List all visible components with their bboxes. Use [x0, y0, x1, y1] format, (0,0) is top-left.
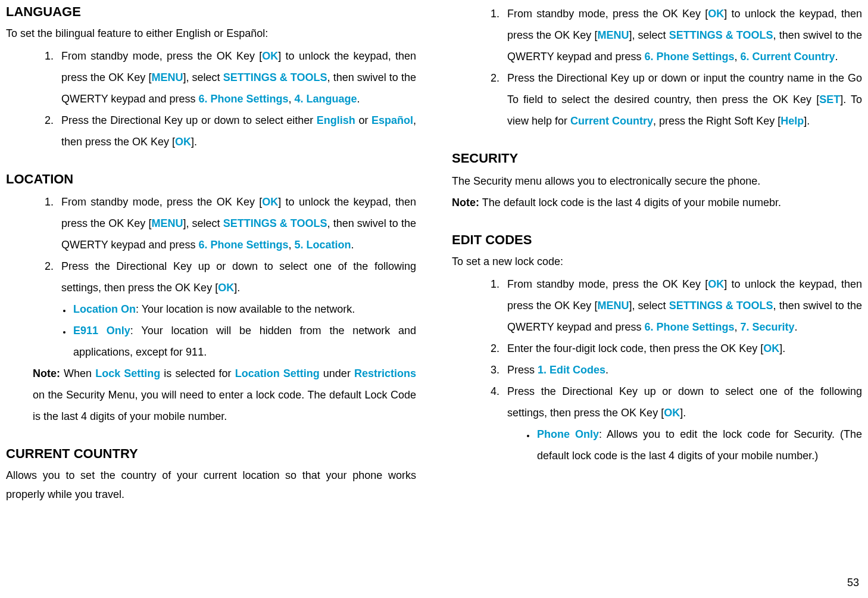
location-heading: LOCATION — [6, 170, 416, 189]
list-item: From standby mode, press the OK Key [OK]… — [57, 191, 416, 256]
list-item: Location On: Your location is now availa… — [71, 298, 416, 320]
menu-label: MENU — [597, 29, 629, 41]
list-item: E911 Only: Your location will be hidden … — [71, 320, 416, 363]
settings-label: SETTINGS & TOOLS — [223, 71, 327, 83]
location-steps: From standby mode, press the OK Key [OK]… — [6, 191, 416, 298]
help-label: Help — [780, 115, 804, 127]
set-label: SET — [819, 94, 840, 105]
settings-label: SETTINGS & TOOLS — [669, 300, 773, 312]
location-note: Note: When Lock Setting is selected for … — [6, 363, 416, 427]
security-option-label: 7. Security — [741, 321, 795, 333]
location-on-label: Location On — [73, 303, 136, 315]
menu-label: MENU — [597, 300, 629, 312]
phone-settings-label: 6. Phone Settings — [644, 51, 734, 63]
list-item: From standby mode, press the OK Key [OK]… — [57, 45, 416, 110]
list-item: Press the Directional Key up or down to … — [57, 256, 416, 298]
edit-codes-bullets: Phone Only: Allows you to edit the lock … — [452, 423, 862, 466]
current-country-steps: From standby mode, press the OK Key [OK]… — [452, 3, 862, 132]
language-option-label: 4. Language — [295, 93, 357, 105]
language-steps: From standby mode, press the OK Key [OK]… — [6, 45, 416, 152]
phone-settings-label: 6. Phone Settings — [644, 321, 734, 333]
current-country-heading: CURRENT COUNTRY — [6, 445, 416, 463]
security-note: Note: The default lock code is the last … — [452, 192, 862, 213]
left-column: LANGUAGE To set the bilingual feature to… — [6, 3, 416, 507]
location-bullets: Location On: Your location is now availa… — [6, 298, 416, 363]
location-setting-label: Location Setting — [235, 367, 320, 379]
espanol-label: Español — [371, 114, 413, 126]
list-item: Phone Only: Allows you to edit the lock … — [535, 423, 862, 466]
list-item: Enter the four-digit lock code, then pre… — [502, 338, 862, 359]
settings-label: SETTINGS & TOOLS — [669, 29, 773, 41]
current-country-label: Current Country — [570, 115, 653, 127]
note-label: Note: — [33, 367, 60, 379]
list-item: Press the Directional Key up or down to … — [57, 110, 416, 152]
language-intro: To set the bilingual feature to either E… — [6, 24, 416, 43]
ok-label: OK — [262, 196, 278, 208]
list-item: From standby mode, press the OK Key [OK]… — [502, 3, 862, 67]
ok-label: OK — [218, 282, 234, 294]
security-heading: SECURITY — [452, 150, 862, 168]
list-item: Press the Directional Key up or down or … — [502, 67, 862, 132]
ok-label: OK — [175, 136, 191, 148]
ok-label: OK — [708, 278, 724, 290]
edit-codes-option-label: 1. Edit Codes — [538, 364, 605, 376]
settings-label: SETTINGS & TOOLS — [223, 217, 327, 229]
edit-codes-heading: EDIT CODES — [452, 231, 862, 250]
edit-codes-intro: To set a new lock code: — [452, 252, 862, 271]
e911-label: E911 Only — [73, 325, 130, 337]
menu-label: MENU — [151, 71, 183, 83]
ok-label: OK — [763, 342, 779, 354]
note-label: Note: — [452, 197, 479, 208]
phone-settings-label: 6. Phone Settings — [198, 239, 288, 251]
list-item: From standby mode, press the OK Key [OK]… — [502, 273, 862, 338]
list-item: Press 1. Edit Codes. — [502, 359, 862, 381]
english-label: English — [317, 114, 355, 126]
phone-only-label: Phone Only — [537, 428, 599, 440]
lock-setting-label: Lock Setting — [95, 367, 160, 379]
right-column: From standby mode, press the OK Key [OK]… — [452, 3, 862, 507]
two-column-layout: LANGUAGE To set the bilingual feature to… — [6, 3, 862, 507]
phone-settings-label: 6. Phone Settings — [198, 93, 288, 105]
edit-codes-steps: From standby mode, press the OK Key [OK]… — [452, 273, 862, 423]
ok-label: OK — [262, 50, 278, 62]
current-country-intro: Allows you to set the country of your cu… — [6, 466, 416, 504]
restrictions-label: Restrictions — [354, 367, 416, 379]
list-item: Press the Directional Key up or down to … — [502, 381, 862, 423]
language-heading: LANGUAGE — [6, 3, 416, 21]
menu-label: MENU — [151, 217, 183, 229]
location-option-label: 5. Location — [295, 239, 351, 251]
security-intro: The Security menu allows you to electron… — [452, 170, 862, 192]
ok-label: OK — [708, 8, 724, 20]
ok-label: OK — [664, 407, 680, 419]
current-country-option-label: 6. Current Country — [741, 51, 835, 63]
